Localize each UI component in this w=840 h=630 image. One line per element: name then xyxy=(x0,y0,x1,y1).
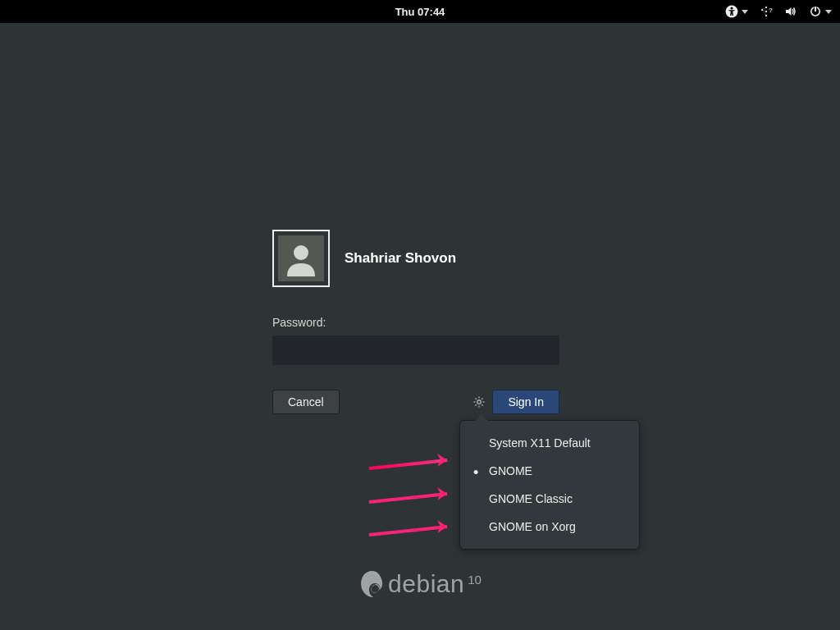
svg-point-12 xyxy=(477,400,481,404)
svg-point-11 xyxy=(294,245,308,260)
network-menu[interactable]: ? xyxy=(760,5,773,18)
power-menu[interactable] xyxy=(809,5,832,18)
svg-line-17 xyxy=(476,398,477,399)
brand-name: debian xyxy=(388,570,464,598)
accessibility-menu[interactable] xyxy=(725,5,748,18)
brand-version: 10 xyxy=(468,573,482,587)
user-icon xyxy=(283,240,319,276)
volume-menu[interactable] xyxy=(784,5,797,18)
session-item-gnome-classic[interactable]: GNOME Classic xyxy=(460,485,639,513)
session-item-gnome[interactable]: GNOME xyxy=(460,457,639,485)
svg-point-5 xyxy=(765,15,767,16)
power-icon xyxy=(809,5,822,18)
topbar: Thu 07:44 ? xyxy=(0,0,840,23)
avatar xyxy=(272,230,330,287)
annotation-arrow xyxy=(365,450,463,475)
chevron-down-icon xyxy=(742,10,748,14)
svg-line-20 xyxy=(482,398,483,399)
session-gear-button[interactable] xyxy=(472,395,486,409)
branding: debian 10 xyxy=(358,568,482,600)
network-wired-icon: ? xyxy=(760,5,773,18)
password-label: Password: xyxy=(272,316,568,329)
volume-icon xyxy=(784,5,797,18)
svg-point-1 xyxy=(730,7,733,9)
session-menu: System X11 Default GNOME GNOME Classic G… xyxy=(459,420,640,550)
accessibility-icon xyxy=(725,5,738,18)
password-input[interactable] xyxy=(272,336,559,365)
clock[interactable]: Thu 07:44 xyxy=(395,6,445,18)
buttons-row: Cancel Sign In xyxy=(272,390,559,414)
user-row: Shahriar Shovon xyxy=(272,230,568,287)
cancel-button[interactable]: Cancel xyxy=(272,390,340,414)
debian-swirl-icon xyxy=(358,568,386,600)
svg-text:?: ? xyxy=(769,7,773,14)
annotation-arrow xyxy=(365,484,463,509)
session-item-system-x11-default[interactable]: System X11 Default xyxy=(460,429,639,457)
gear-icon xyxy=(472,395,486,409)
chevron-down-icon xyxy=(825,10,832,14)
username-label: Shahriar Shovon xyxy=(345,250,456,267)
annotation-arrow xyxy=(365,517,463,541)
login-form: Shahriar Shovon Password: Cancel xyxy=(272,230,568,414)
svg-line-19 xyxy=(476,404,477,405)
session-item-gnome-on-xorg[interactable]: GNOME on Xorg xyxy=(460,513,639,541)
signin-button[interactable]: Sign In xyxy=(492,390,559,414)
svg-line-18 xyxy=(482,404,483,405)
